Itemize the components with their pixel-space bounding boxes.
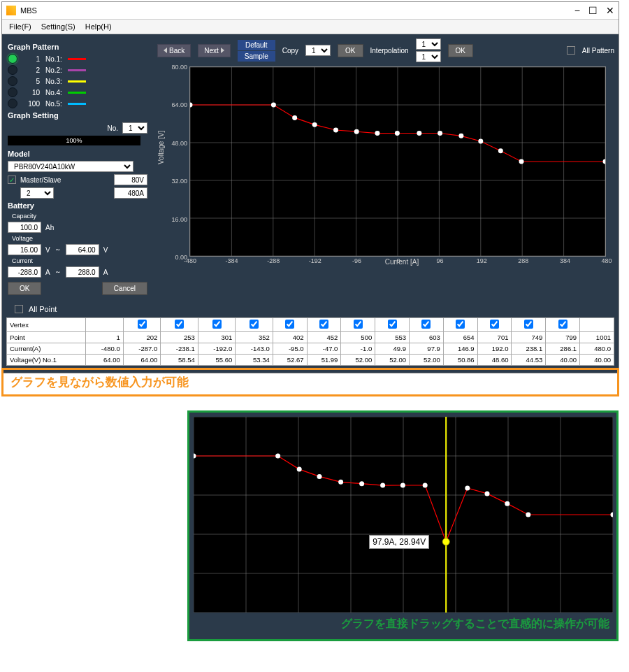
point-cell[interactable]: 654: [443, 332, 477, 343]
current-cell[interactable]: -1.0: [341, 343, 375, 355]
point-cell[interactable]: 253: [161, 332, 198, 343]
copy-ok-button[interactable]: OK: [338, 44, 363, 57]
model-select[interactable]: PBR80V240A10kW: [8, 161, 133, 172]
voltage-cell[interactable]: 40.00: [546, 355, 580, 366]
menu-setting[interactable]: Setting(S): [41, 22, 75, 31]
current-cell[interactable]: -287.0: [123, 343, 161, 355]
point-cell[interactable]: 402: [273, 332, 307, 343]
current-cell[interactable]: -192.0: [198, 343, 236, 355]
voltage-cell[interactable]: 50.86: [443, 355, 477, 366]
current-min[interactable]: [8, 266, 41, 278]
voltage-cell[interactable]: 52.00: [375, 355, 410, 366]
ok-button[interactable]: OK: [8, 282, 41, 295]
interp-bot-select[interactable]: 1: [416, 51, 441, 62]
point-cell[interactable]: 701: [477, 332, 512, 343]
pattern-dot[interactable]: [8, 76, 17, 86]
current-max[interactable]: [66, 266, 99, 278]
point-cell[interactable]: 301: [198, 332, 236, 343]
pattern-dot[interactable]: [8, 87, 17, 97]
interp-top-select[interactable]: 1: [416, 38, 441, 50]
menu-help[interactable]: Help(H): [85, 22, 112, 31]
current-cell[interactable]: 286.1: [546, 343, 580, 355]
voltage-cell[interactable]: 52.00: [410, 355, 444, 366]
voltage-cell[interactable]: 55.60: [198, 355, 236, 366]
vertex-check[interactable]: [250, 320, 259, 329]
vertex-check[interactable]: [175, 320, 184, 329]
vertex-check[interactable]: [319, 320, 328, 329]
svg-point-52: [338, 480, 343, 485]
point-cell[interactable]: 1: [86, 332, 124, 343]
current-cell[interactable]: -238.1: [161, 343, 198, 355]
point-cell[interactable]: 749: [512, 332, 546, 343]
voltage-max[interactable]: [66, 244, 99, 255]
default-tab[interactable]: Default: [238, 40, 275, 50]
no-select[interactable]: 1: [122, 122, 147, 134]
vertex-check[interactable]: [354, 320, 363, 329]
back-button[interactable]: Back: [157, 44, 191, 57]
vertex-check[interactable]: [388, 320, 397, 329]
current-cell[interactable]: -47.0: [307, 343, 341, 355]
maximize-button[interactable]: ☐: [588, 5, 598, 16]
vertex-check[interactable]: [490, 320, 499, 329]
svg-point-24: [395, 131, 400, 136]
point-cell[interactable]: 202: [123, 332, 161, 343]
menu-file[interactable]: File(F): [9, 22, 31, 31]
vertex-check[interactable]: [421, 320, 431, 329]
vertex-check[interactable]: [558, 320, 567, 329]
voltage-current-chart[interactable]: 0.0016.0032.0048.0064.0080.00-480-384-28…: [189, 66, 606, 257]
vertex-check[interactable]: [138, 320, 147, 329]
voltage-cell[interactable]: 52.00: [341, 355, 375, 366]
interp-ok-button[interactable]: OK: [448, 44, 473, 57]
voltage-min[interactable]: [8, 244, 41, 255]
voltage-cell[interactable]: 53.34: [236, 355, 273, 366]
svg-point-18: [271, 103, 276, 108]
current-cell[interactable]: 480.0: [580, 343, 614, 355]
all-pattern-check[interactable]: [567, 46, 575, 55]
current-cell[interactable]: 238.1: [512, 343, 546, 355]
current-cell[interactable]: 146.9: [443, 343, 477, 355]
current-cell[interactable]: 97.9: [410, 343, 444, 355]
capacity-input[interactable]: [8, 222, 41, 233]
point-cell[interactable]: 452: [307, 332, 341, 343]
point-cell[interactable]: 500: [341, 332, 375, 343]
svg-point-25: [417, 131, 421, 136]
vertex-check[interactable]: [285, 320, 294, 329]
vertex-check[interactable]: [212, 320, 222, 329]
voltage-cell[interactable]: 48.60: [477, 355, 512, 366]
voltage-cell[interactable]: 40.00: [580, 355, 614, 366]
copy-select[interactable]: 1: [305, 45, 331, 56]
pattern-dot[interactable]: [8, 65, 17, 75]
current-cell[interactable]: 49.9: [375, 343, 410, 355]
minimize-button[interactable]: −: [574, 5, 580, 16]
sample-tab[interactable]: Sample: [238, 51, 275, 62]
vertex-check[interactable]: [524, 320, 533, 329]
current-cell[interactable]: -95.0: [273, 343, 307, 355]
pattern-dot[interactable]: [8, 99, 17, 108]
zoom-chart[interactable]: 97.9A, 28.94V: [194, 417, 613, 613]
pattern-dot[interactable]: [8, 54, 17, 64]
current-cell[interactable]: -143.0: [236, 343, 273, 355]
point-cell[interactable]: 553: [375, 332, 410, 343]
next-button[interactable]: Next: [198, 44, 231, 57]
voltage-cell[interactable]: 44.53: [512, 355, 546, 366]
master-slave-check[interactable]: [8, 176, 16, 184]
ms-current[interactable]: [114, 187, 147, 199]
ms-select[interactable]: 2: [20, 187, 54, 199]
point-cell[interactable]: 799: [546, 332, 580, 343]
voltage-cell[interactable]: 64.00: [123, 355, 161, 366]
ms-voltage[interactable]: [114, 174, 147, 185]
pattern-num: 100: [23, 100, 40, 108]
voltage-cell[interactable]: 52.67: [273, 355, 307, 366]
point-cell[interactable]: 1001: [580, 332, 614, 343]
all-point-check[interactable]: [15, 305, 23, 313]
voltage-cell[interactable]: 58.54: [161, 355, 198, 366]
voltage-cell[interactable]: 51.99: [307, 355, 341, 366]
point-cell[interactable]: 352: [236, 332, 273, 343]
current-cell[interactable]: 192.0: [477, 343, 512, 355]
current-cell[interactable]: -480.0: [86, 343, 124, 355]
voltage-cell[interactable]: 64.00: [86, 355, 124, 366]
point-cell[interactable]: 603: [410, 332, 444, 343]
cancel-button[interactable]: Cancel: [102, 282, 147, 295]
vertex-check[interactable]: [456, 320, 465, 329]
close-button[interactable]: ✕: [606, 5, 614, 16]
